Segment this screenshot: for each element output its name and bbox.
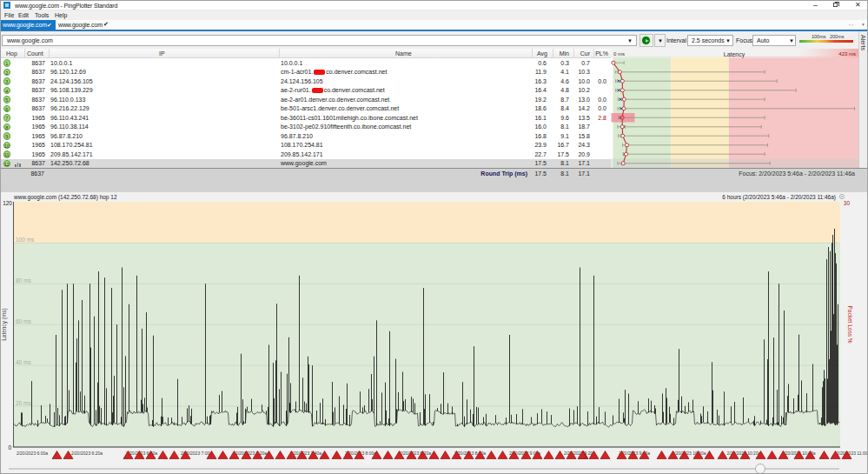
svg-text:2/20/2023 10:00a: 2/20/2023 10:00a bbox=[673, 451, 706, 456]
svg-text:2/20/2023 7:40a: 2/20/2023 7:40a bbox=[290, 451, 321, 456]
svg-text:2/20/2023 7:20a: 2/20/2023 7:20a bbox=[235, 451, 267, 456]
svg-text:0: 0 bbox=[8, 444, 11, 451]
svg-text:2/20/2023 9:20a: 2/20/2023 9:20a bbox=[564, 451, 595, 456]
svg-text:2/20/2023 8:20a: 2/20/2023 8:20a bbox=[400, 451, 431, 456]
svg-text:2/20/2023 11:00a: 2/20/2023 11:00a bbox=[837, 451, 868, 456]
svg-text:Latency (ms): Latency (ms) bbox=[1, 308, 8, 341]
svg-text:2/20/2023 6:00a: 2/20/2023 6:00a bbox=[17, 451, 48, 456]
svg-text:www.google.com (142.250.72.68): www.google.com (142.250.72.68) hop 12 bbox=[13, 194, 117, 201]
svg-text:60 ms: 60 ms bbox=[16, 318, 31, 324]
svg-text:Packet Loss %: Packet Loss % bbox=[847, 306, 853, 344]
svg-text:80 ms: 80 ms bbox=[16, 277, 31, 284]
svg-text:2/20/2023 6:20a: 2/20/2023 6:20a bbox=[71, 451, 103, 456]
svg-text:40 ms: 40 ms bbox=[16, 359, 31, 365]
svg-text:100 ms: 100 ms bbox=[16, 237, 35, 243]
svg-text:20 ms: 20 ms bbox=[16, 400, 31, 406]
svg-text:30: 30 bbox=[844, 200, 851, 206]
svg-text:120: 120 bbox=[3, 200, 12, 206]
svg-text:6 hours (2/20/2023 5:46a - 2/2: 6 hours (2/20/2023 5:46a - 2/20/2023 11:… bbox=[722, 194, 836, 201]
